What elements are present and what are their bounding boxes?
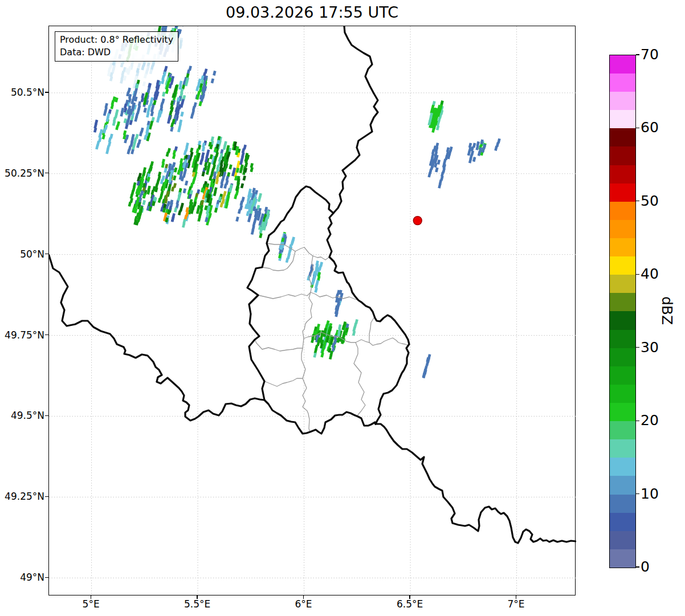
colorbar-segment-52.5dbz xyxy=(610,165,635,183)
colorbar-tick-label: 40 xyxy=(641,266,659,283)
echo-cell xyxy=(137,63,141,68)
echo-cell xyxy=(215,179,219,184)
national-border xyxy=(376,424,576,543)
echo-cell xyxy=(120,112,123,117)
lon-tick-label: 6°E xyxy=(278,598,329,610)
echo-cell xyxy=(136,143,140,148)
echo-cell xyxy=(250,167,253,172)
echo-cell xyxy=(128,202,132,207)
echo-cell xyxy=(105,149,109,154)
echo-streak xyxy=(249,163,255,172)
echo-cell xyxy=(148,169,151,174)
echo-cell xyxy=(431,128,435,133)
echo-cell xyxy=(182,223,185,228)
echo-cell xyxy=(223,145,226,150)
echo-cell xyxy=(258,197,261,202)
colorbar xyxy=(609,55,636,568)
echo-cell xyxy=(475,145,479,150)
echo-cell xyxy=(311,338,314,343)
echo-cluster-echo-small-tail xyxy=(250,207,271,238)
colorbar-segment-5dbz xyxy=(610,513,635,531)
lon-tick-label: 5.5°E xyxy=(172,598,223,610)
echo-streak xyxy=(92,120,99,133)
echo-cell xyxy=(286,258,289,263)
echo-cell xyxy=(223,183,227,189)
lat-tick-mark xyxy=(45,334,48,335)
echo-cell xyxy=(156,117,160,123)
echo-cell xyxy=(162,92,165,97)
echo-cell xyxy=(202,146,205,152)
echo-cell xyxy=(185,181,188,186)
station-marker-dot xyxy=(413,217,422,225)
colorbar-segment-17.5dbz xyxy=(610,421,635,439)
lat-tick-mark xyxy=(45,254,48,254)
colorbar-segment-57.5dbz xyxy=(610,128,635,146)
echo-cell xyxy=(472,157,476,162)
echo-streak xyxy=(184,142,190,156)
colorbar-tick-mark xyxy=(636,54,639,55)
echo-cell xyxy=(120,79,123,84)
echo-cell xyxy=(240,183,244,188)
echo-cell xyxy=(329,354,332,360)
echo-cell xyxy=(158,198,161,203)
figure-title: 09.03.2026 17:55 UTC xyxy=(48,3,576,21)
colorbar-segment-50dbz xyxy=(610,183,635,202)
lat-tick-mark xyxy=(45,577,48,578)
echo-cell xyxy=(171,186,174,191)
echo-streak xyxy=(110,96,116,109)
echo-cluster-ne-tiny-dot xyxy=(494,138,500,151)
echo-cell xyxy=(134,117,137,122)
colorbar-segment-62.5dbz xyxy=(610,92,635,110)
colorbar-segment-42.5dbz xyxy=(610,238,635,256)
echo-cell xyxy=(320,352,324,357)
echo-cell xyxy=(198,101,202,106)
colorbar-segment-2.5dbz xyxy=(610,531,635,549)
map-canvas xyxy=(49,26,576,596)
colorbar-segment-27.5dbz xyxy=(610,348,635,366)
echo-cluster-teal-dot xyxy=(352,319,359,336)
echo-cell xyxy=(141,97,144,102)
lat-tick-label: 50.5°N xyxy=(0,86,44,99)
echo-cell xyxy=(115,125,119,130)
echo-cell xyxy=(144,74,147,79)
lat-tick-label: 49.25°N xyxy=(0,490,44,503)
echo-cell xyxy=(195,86,199,91)
echo-cell xyxy=(153,100,156,105)
echo-cell xyxy=(436,125,439,130)
echo-cell xyxy=(494,146,498,151)
lon-tick-mark xyxy=(516,595,516,599)
colorbar-unit-label: dBZ xyxy=(659,296,675,325)
echo-cell xyxy=(131,149,134,154)
colorbar-segment-67.5dbz xyxy=(610,55,635,74)
echo-cell xyxy=(234,194,237,199)
echo-streak xyxy=(146,186,152,195)
colorbar-segment-45dbz xyxy=(610,220,635,238)
echo-cell xyxy=(142,171,145,176)
echo-cell xyxy=(166,152,169,157)
national-border xyxy=(49,255,264,421)
echo-cell xyxy=(468,158,472,164)
echo-cell xyxy=(235,217,239,222)
echo-cell xyxy=(127,149,130,154)
echo-cell xyxy=(211,78,214,83)
colorbar-tick-label: 50 xyxy=(641,193,659,210)
internal-border xyxy=(264,378,303,386)
echo-cell xyxy=(184,150,187,156)
product-annotation-line1: Product: 0.8° Reflectivity xyxy=(60,34,173,46)
echo-cell xyxy=(427,172,431,177)
lon-tick-label: 6.5°E xyxy=(384,598,435,610)
echo-cell xyxy=(318,266,321,271)
national-border xyxy=(264,400,376,434)
echo-streak xyxy=(119,67,127,84)
internal-border xyxy=(267,243,329,260)
echo-cell xyxy=(103,128,106,133)
national-border xyxy=(327,213,409,424)
colorbar-segment-40dbz xyxy=(610,256,635,275)
echo-cell xyxy=(435,168,438,173)
lon-tick-mark xyxy=(91,595,91,599)
colorbar-tick-label: 0 xyxy=(641,558,650,576)
echo-streak xyxy=(120,108,124,117)
echo-cell xyxy=(229,164,232,169)
echo-cell xyxy=(174,207,177,213)
lat-tick-mark xyxy=(45,415,48,416)
